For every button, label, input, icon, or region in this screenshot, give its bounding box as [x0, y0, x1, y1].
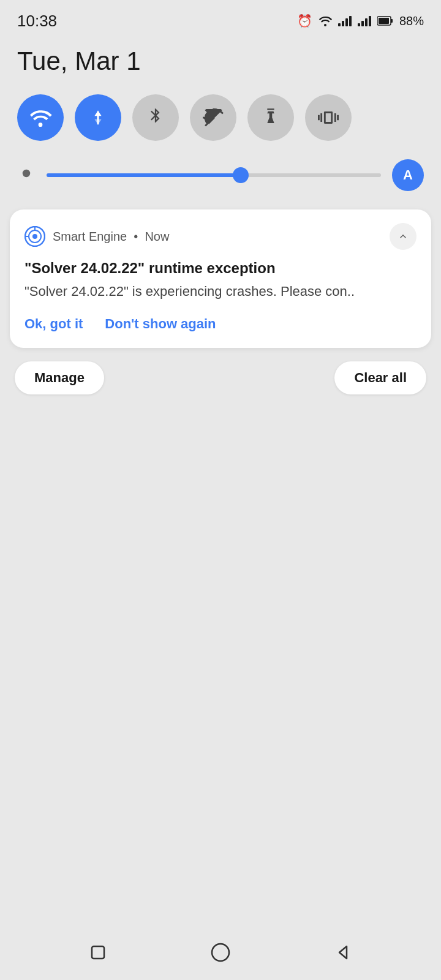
flashlight-toggle[interactable]: [247, 94, 294, 141]
app-name: Smart Engine: [53, 230, 127, 243]
bluetooth-toggle[interactable]: [132, 94, 179, 141]
date-text: Tue, Mar 1: [17, 47, 141, 75]
auto-brightness-label: A: [403, 167, 413, 183]
home-button[interactable]: [202, 934, 239, 971]
signal-bars-2: [358, 15, 371, 26]
clear-all-button[interactable]: Clear all: [334, 361, 426, 394]
wifi-status-icon: [318, 15, 332, 26]
svg-rect-1: [391, 19, 393, 23]
rotation-toggle[interactable]: [190, 94, 236, 141]
brightness-row: A: [0, 153, 441, 209]
notification-actions: Ok, got it Don't show again: [24, 314, 417, 334]
manage-button[interactable]: Manage: [15, 361, 104, 394]
date-section: Tue, Mar 1: [0, 37, 441, 88]
ok-got-it-button[interactable]: Ok, got it: [24, 314, 83, 334]
back-button[interactable]: [325, 934, 361, 971]
collapse-button[interactable]: [390, 223, 417, 250]
signal-bars-1: [338, 15, 352, 26]
dont-show-again-button[interactable]: Don't show again: [105, 314, 216, 334]
brightness-slider[interactable]: [47, 167, 381, 183]
notification-body: "Solver 24.02.22" is experiencing crashe…: [24, 282, 417, 301]
svg-rect-2: [379, 18, 389, 24]
auto-brightness-button[interactable]: A: [392, 159, 424, 191]
alarm-icon: ⏰: [297, 13, 312, 28]
brightness-icon: [17, 164, 36, 187]
svg-point-9: [212, 944, 229, 961]
data-toggle[interactable]: [75, 94, 121, 141]
notification-time: Now: [145, 230, 169, 243]
svg-point-5: [32, 234, 37, 239]
svg-marker-10: [339, 946, 347, 959]
recents-button[interactable]: [80, 934, 116, 971]
notification-app-info: Smart Engine • Now: [24, 226, 169, 247]
vibrate-toggle[interactable]: [305, 94, 352, 141]
notification-card: Smart Engine • Now "Solver 24.02.22" run…: [10, 209, 431, 348]
wifi-toggle[interactable]: [17, 94, 64, 141]
svg-rect-8: [92, 946, 104, 959]
app-name-time: Smart Engine • Now: [53, 230, 169, 244]
battery-percent: 88%: [399, 14, 424, 28]
notification-controls: Manage Clear all: [0, 359, 441, 407]
notification-header: Smart Engine • Now: [24, 223, 417, 250]
battery-icon: [377, 15, 393, 26]
nav-bar: [0, 925, 441, 980]
smart-engine-icon: [24, 226, 45, 247]
quick-toggles: [0, 88, 441, 153]
notification-title: "Solver 24.02.22" runtime exception: [24, 258, 417, 277]
status-time: 10:38: [17, 12, 57, 31]
status-bar: 10:38 ⏰ 88%: [0, 0, 441, 37]
status-icons: ⏰ 88%: [297, 13, 424, 28]
